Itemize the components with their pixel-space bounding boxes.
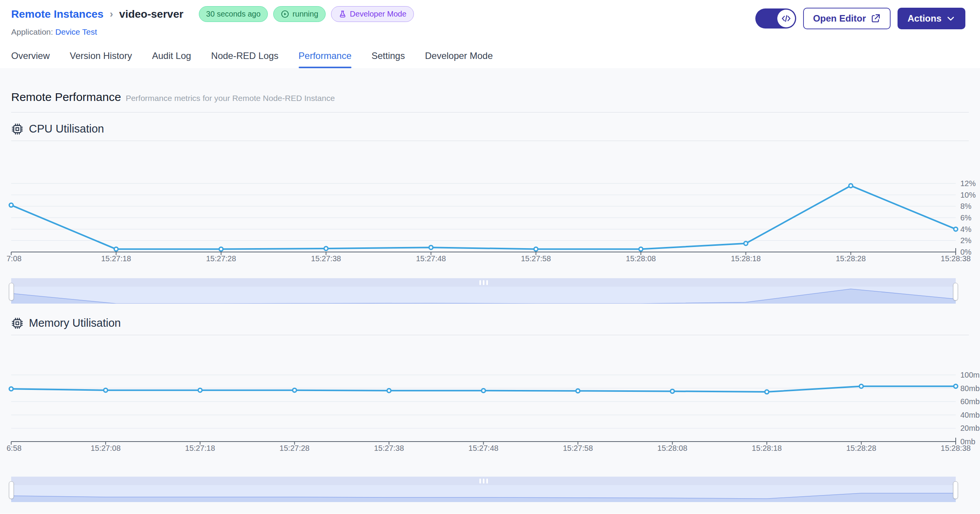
cpu-chip-icon (11, 123, 24, 135)
open-editor-label: Open Editor (813, 13, 866, 24)
application-link[interactable]: Device Test (55, 27, 97, 36)
svg-text:15:27:38: 15:27:38 (311, 254, 341, 263)
svg-text:15:27:08: 15:27:08 (91, 444, 121, 452)
tab-audit-log[interactable]: Audit Log (152, 47, 191, 68)
memory-section-header: Memory Utilisation (11, 317, 969, 329)
svg-text:15:27:18: 15:27:18 (101, 254, 131, 263)
page-header: Remote Instances › video-server 30 secon… (0, 0, 980, 37)
svg-text:15:27:48: 15:27:48 (469, 444, 499, 452)
svg-text:6:58: 6:58 (7, 444, 22, 452)
breadcrumb: Remote Instances › video-server 30 secon… (11, 6, 414, 22)
memory-chart-brush[interactable] (11, 477, 956, 502)
svg-text:100mb: 100mb (960, 371, 980, 379)
svg-text:15:28:08: 15:28:08 (626, 254, 656, 263)
svg-text:80mb: 80mb (960, 384, 980, 393)
open-editor-button[interactable]: Open Editor (803, 8, 891, 29)
svg-text:15:27:18: 15:27:18 (185, 444, 215, 452)
external-link-icon (871, 13, 881, 24)
svg-text:12%: 12% (960, 179, 976, 188)
breadcrumb-parent-link[interactable]: Remote Instances (11, 8, 104, 20)
page-subtitle: Performance metrics for your Remote Node… (126, 94, 335, 103)
svg-text:15:28:18: 15:28:18 (731, 254, 761, 263)
tab-performance[interactable]: Performance (299, 47, 351, 68)
tab-bar: OverviewVersion HistoryAudit LogNode-RED… (0, 47, 980, 68)
svg-text:15:28:28: 15:28:28 (836, 254, 866, 263)
last-seen-label: 30 seconds ago (206, 10, 261, 18)
svg-text:0mb: 0mb (960, 437, 975, 446)
cpu-utilisation-chart: 7:0815:27:1815:27:2815:27:3815:27:4815:2… (0, 141, 980, 264)
svg-text:0%: 0% (960, 248, 972, 256)
performance-panel: Remote Performance Performance metrics f… (0, 68, 980, 514)
application-row: Application:Device Test (11, 27, 414, 37)
application-label: Application: (11, 27, 53, 36)
status-label: running (292, 10, 318, 18)
breadcrumb-separator: › (109, 8, 114, 20)
svg-text:15:27:28: 15:27:28 (206, 254, 236, 263)
memory-chip-icon (11, 317, 24, 329)
memory-brush-grip[interactable] (11, 477, 956, 485)
chevron-down-icon (946, 14, 955, 23)
tab-developer-mode[interactable]: Developer Mode (425, 47, 493, 68)
play-circle-icon (281, 10, 289, 18)
svg-text:15:27:48: 15:27:48 (416, 254, 446, 263)
code-icon (777, 10, 795, 27)
svg-text:40mb: 40mb (960, 411, 980, 419)
developer-mode-badge: Developer Mode (331, 6, 414, 22)
memory-section-title: Memory Utilisation (29, 317, 121, 329)
actions-button[interactable]: Actions (898, 8, 965, 29)
cpu-brush-handle-left[interactable] (9, 283, 14, 301)
svg-text:20mb: 20mb (960, 424, 980, 432)
memory-utilisation-chart: 6:5815:27:0815:27:1815:27:2815:27:3815:2… (0, 335, 980, 457)
tab-settings[interactable]: Settings (371, 47, 405, 68)
svg-text:15:27:28: 15:27:28 (279, 444, 309, 452)
flask-icon (338, 10, 347, 18)
memory-brush-minichart (11, 485, 956, 502)
svg-text:6%: 6% (960, 213, 972, 222)
cpu-brush-handle-right[interactable] (953, 283, 958, 301)
svg-text:15:27:58: 15:27:58 (563, 444, 593, 452)
svg-text:4%: 4% (960, 225, 972, 233)
svg-text:60mb: 60mb (960, 397, 980, 406)
developer-mode-label: Developer Mode (350, 10, 407, 18)
status-badge: running (273, 6, 326, 22)
tab-version-history[interactable]: Version History (70, 47, 132, 68)
memory-brush-handle-right[interactable] (953, 481, 958, 499)
divider (11, 112, 969, 113)
cpu-chart-brush[interactable] (11, 278, 956, 304)
cpu-section-header: CPU Utilisation (11, 123, 969, 135)
svg-text:15:28:28: 15:28:28 (846, 444, 876, 452)
cpu-brush-grip[interactable] (11, 278, 956, 287)
svg-text:10%: 10% (960, 191, 976, 199)
svg-text:2%: 2% (960, 236, 972, 245)
svg-text:15:28:18: 15:28:18 (752, 444, 782, 452)
cpu-section-title: CPU Utilisation (29, 123, 104, 135)
svg-text:7:08: 7:08 (7, 254, 22, 263)
cpu-brush-minichart (11, 287, 956, 304)
svg-text:15:27:58: 15:27:58 (521, 254, 551, 263)
instance-name: video-server (119, 8, 183, 20)
page-title: Remote Performance (11, 91, 121, 104)
svg-text:8%: 8% (960, 202, 972, 210)
tab-node-red-logs[interactable]: Node-RED Logs (211, 47, 279, 68)
svg-text:15:27:38: 15:27:38 (374, 444, 404, 452)
svg-text:15:28:08: 15:28:08 (657, 444, 688, 452)
memory-brush-handle-left[interactable] (9, 481, 14, 499)
tab-overview[interactable]: Overview (11, 47, 50, 68)
last-seen-badge: 30 seconds ago (199, 6, 268, 22)
actions-label: Actions (908, 13, 941, 24)
developer-mode-toggle[interactable] (755, 8, 796, 29)
